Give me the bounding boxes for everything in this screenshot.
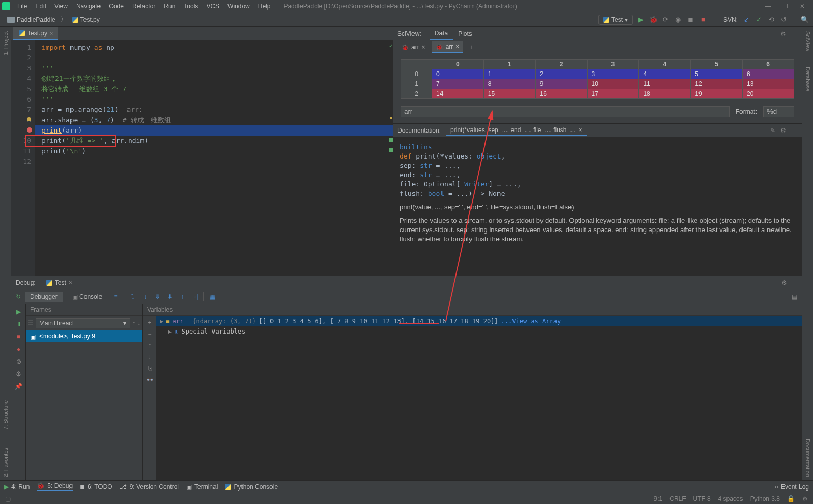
close-icon[interactable]: × (455, 43, 459, 50)
editor-gutter[interactable]: 123456789101112 (11, 40, 35, 276)
menu-vcs[interactable]: VCS (203, 2, 223, 11)
var-special[interactable]: ▶ ⊞ Special Variables (156, 326, 802, 337)
code-area[interactable]: 123456789101112 import numpy as np ''' 创… (11, 40, 393, 276)
project-tool-button[interactable]: 1: Project (3, 31, 9, 55)
resume-button[interactable]: ▶ (16, 308, 21, 315)
sciview-tool-button[interactable]: SciView (805, 31, 811, 51)
crumb-project[interactable]: PaddlePaddle (4, 15, 59, 24)
inspection-ok-icon[interactable]: ✓ (389, 40, 393, 51)
menu-edit[interactable]: Edit (32, 2, 50, 11)
cursor-pos[interactable]: 9:1 (654, 495, 663, 502)
hide-icon[interactable]: — (791, 279, 797, 286)
frame-row[interactable]: ▣ <module>, Test.py:9 (26, 330, 142, 342)
interpreter[interactable]: Python 3.8 (750, 495, 780, 502)
search-button[interactable]: 🔍 (801, 16, 809, 24)
readonly-icon[interactable]: 🔓 (787, 495, 795, 502)
crumb-file[interactable]: Test.py (69, 15, 103, 24)
vcs-revert-button[interactable]: ↺ (779, 16, 788, 24)
copy-button[interactable]: ⎘ (148, 365, 152, 372)
close-icon[interactable]: × (422, 44, 425, 51)
maximize-button[interactable]: ☐ (782, 3, 788, 10)
profile-button[interactable]: ◉ (674, 16, 682, 24)
console-tab[interactable]: ▣ Console (67, 292, 107, 302)
terminal-tool-button[interactable]: ▣Terminal (186, 483, 218, 491)
memory-icon[interactable]: ⚙ (802, 495, 808, 502)
vcs-commit-button[interactable]: ✓ (754, 16, 763, 24)
coverage-button[interactable]: ⟳ (662, 16, 670, 24)
debug-button[interactable]: 🐞 (649, 16, 658, 24)
status-icon[interactable]: ▢ (5, 495, 11, 502)
close-button[interactable]: ✕ (800, 3, 805, 10)
hide-icon[interactable]: — (791, 127, 797, 134)
add-tab-button[interactable]: + (469, 44, 473, 51)
var-arr[interactable]: ▶ ≡ arr = {ndarray: (3, 7)} [[ 0 1 2 3 4… (156, 316, 802, 326)
watches-button[interactable]: 👓 (146, 376, 154, 383)
close-icon[interactable]: × (579, 126, 582, 134)
run-tool-button[interactable]: ▶4: Run (4, 483, 30, 491)
editor-tab-test[interactable]: Test.py × (13, 27, 58, 40)
menu-navigate[interactable]: Navigate (73, 2, 104, 11)
layout-button[interactable]: ▤ (792, 293, 797, 300)
menu-file[interactable]: File (13, 2, 31, 11)
stop-button[interactable]: ■ (699, 16, 707, 24)
debug-config-tab[interactable]: Test × (42, 278, 77, 287)
warning-marker[interactable] (390, 117, 392, 119)
add-watch-button[interactable]: + (148, 319, 151, 326)
gear-icon[interactable]: ⚙ (780, 30, 786, 37)
structure-tool-button[interactable]: 7: Structure (3, 400, 9, 430)
breakpoint-icon[interactable] (27, 127, 32, 133)
evaluate-button[interactable]: ▦ (208, 293, 216, 300)
encoding[interactable]: UTF-8 (693, 495, 711, 502)
variables-tree[interactable]: ▶ ≡ arr = {ndarray: (3, 7)} [[ 0 1 2 3 4… (156, 316, 802, 493)
debug-tool-button[interactable]: 🐞5: Debug (37, 482, 73, 491)
data-tab-arr-1[interactable]: 🐞 arr × (397, 42, 430, 52)
run-to-cursor-button[interactable]: →| (191, 293, 199, 300)
vcs-update-button[interactable]: ↙ (742, 16, 750, 24)
settings-button[interactable]: ⚙ (16, 370, 21, 378)
view-as-array-link[interactable]: ...View as Array (501, 318, 561, 325)
close-tab-button[interactable]: × (50, 30, 53, 36)
prev-frame-button[interactable]: ↑ (132, 320, 135, 327)
doc-body[interactable]: builtins def print(*values: object, sep:… (393, 137, 802, 276)
step-over-button[interactable]: ⤵ (129, 293, 137, 300)
pin-button[interactable]: 📌 (15, 383, 22, 390)
remove-watch-button[interactable]: − (148, 330, 151, 338)
menu-run[interactable]: Run (160, 2, 179, 11)
gear-icon[interactable]: ⚙ (781, 279, 787, 286)
minimize-button[interactable]: — (765, 3, 771, 10)
edit-icon[interactable]: ✎ (770, 127, 775, 134)
eventlog-tool-button[interactable]: ○Event Log (775, 483, 809, 491)
step-into-my-button[interactable]: ⇓ (153, 293, 162, 300)
sciview-tab-data[interactable]: Data (430, 27, 453, 40)
favorites-tool-button[interactable]: 2: Favorites (3, 448, 9, 477)
step-out-button[interactable]: ↑ (178, 293, 187, 300)
gear-icon[interactable]: ⚙ (780, 127, 786, 134)
close-icon[interactable]: × (69, 279, 73, 286)
indent[interactable]: 4 spaces (718, 495, 743, 502)
debugger-tab[interactable]: Debugger (25, 292, 63, 302)
menu-refactor[interactable]: Refactor (129, 2, 159, 11)
array-expression-input[interactable] (401, 106, 730, 117)
array-table[interactable]: 0123456 00123456 178910111213 2141516171… (401, 59, 794, 99)
menu-view[interactable]: View (51, 2, 72, 11)
rerun-button[interactable]: ↻ (16, 293, 21, 300)
thread-dropdown[interactable]: MainThread ▾ (36, 318, 130, 328)
doc-signature-tab[interactable]: print(*values, sep=..., end=..., file=..… (446, 125, 586, 136)
menu-help[interactable]: Help (254, 2, 275, 11)
menu-code[interactable]: Code (105, 2, 127, 11)
hide-icon[interactable]: — (791, 30, 797, 37)
down-button[interactable]: ↓ (148, 353, 151, 361)
pause-button[interactable]: ⏸ (16, 321, 22, 328)
next-frame-button[interactable]: ↓ (137, 320, 140, 327)
run-button[interactable]: ▶ (637, 16, 645, 24)
up-button[interactable]: ↑ (148, 342, 151, 349)
attach-button[interactable]: ≣ (687, 16, 695, 24)
vcs-tool-button[interactable]: ⎇9: Version Control (120, 483, 179, 491)
format-input[interactable] (763, 106, 794, 117)
settings-icon[interactable]: ≡ (111, 293, 120, 300)
database-tool-button[interactable]: Database (805, 67, 811, 91)
vcs-history-button[interactable]: ⟲ (767, 16, 775, 24)
pyconsole-tool-button[interactable]: Python Console (225, 483, 278, 491)
mute-breakpoints-button[interactable]: ⊘ (16, 358, 21, 365)
view-breakpoints-button[interactable]: ● (17, 345, 20, 353)
